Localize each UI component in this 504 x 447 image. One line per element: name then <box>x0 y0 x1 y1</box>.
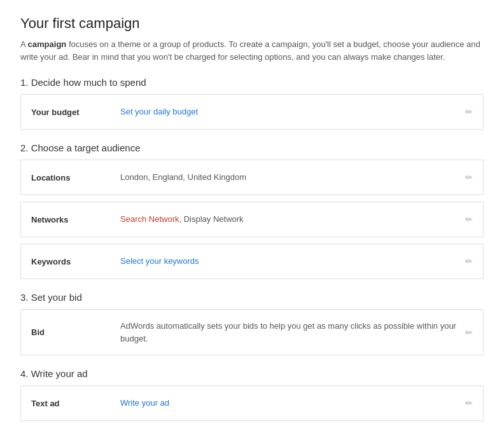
networks-value: Search Network, Display Network <box>120 213 458 226</box>
section-bid-title: 3. Set your bid <box>20 292 484 303</box>
budget-card: Your budget Set your daily budget <box>20 94 484 130</box>
locations-card: Locations London, England, United Kingdo… <box>20 160 484 195</box>
networks-edit-icon[interactable] <box>465 214 473 224</box>
budget-value: Set your daily budget <box>120 106 458 118</box>
locations-edit-icon[interactable] <box>465 172 473 182</box>
keywords-edit-icon[interactable] <box>465 256 473 266</box>
locations-value: London, England, United Kingdom <box>120 171 458 184</box>
networks-separator: , Display Network <box>179 214 243 224</box>
intro-rest: focuses on a theme or a group of product… <box>20 39 480 62</box>
budget-edit-icon[interactable] <box>465 107 473 117</box>
section-spend-title: 1. Decide how much to spend <box>20 77 484 88</box>
bid-label: Bid <box>31 327 120 337</box>
bid-edit-icon[interactable] <box>465 327 473 338</box>
locations-row: Locations London, England, United Kingdo… <box>21 160 483 195</box>
section-audience-title: 2. Choose a target audience <box>20 142 484 153</box>
keywords-link[interactable]: Select your keywords <box>120 256 199 266</box>
networks-search: Search Network <box>120 214 179 224</box>
budget-link[interactable]: Set your daily budget <box>120 107 198 116</box>
keywords-row: Keywords Select your keywords <box>21 244 483 279</box>
section-ad-title: 4. Write your ad <box>20 368 484 379</box>
text-ad-link[interactable]: Write your ad <box>120 398 169 408</box>
networks-card: Networks Search Network, Display Network <box>20 202 484 237</box>
intro-bold: campaign <box>28 39 67 49</box>
text-ad-label: Text ad <box>31 399 120 408</box>
bid-value: AdWords automatically sets your bids to … <box>120 320 458 345</box>
budget-label: Your budget <box>31 107 120 117</box>
keywords-card: Keywords Select your keywords <box>20 244 484 279</box>
intro-paragraph: A campaign focuses on a theme or a group… <box>20 38 484 63</box>
keywords-value: Select your keywords <box>120 255 458 268</box>
bid-card: Bid AdWords automatically sets your bids… <box>20 309 484 355</box>
budget-row: Your budget Set your daily budget <box>21 95 483 129</box>
networks-label: Networks <box>31 215 120 224</box>
text-ad-row: Text ad Write your ad <box>21 386 483 420</box>
locations-label: Locations <box>31 173 120 182</box>
networks-row: Networks Search Network, Display Network <box>21 202 483 237</box>
text-ad-edit-icon[interactable] <box>465 398 473 408</box>
text-ad-card: Text ad Write your ad <box>20 385 484 421</box>
bid-row: Bid AdWords automatically sets your bids… <box>21 310 483 355</box>
keywords-label: Keywords <box>31 257 120 266</box>
page-title: Your first campaign <box>20 15 484 32</box>
text-ad-value: Write your ad <box>120 397 458 409</box>
